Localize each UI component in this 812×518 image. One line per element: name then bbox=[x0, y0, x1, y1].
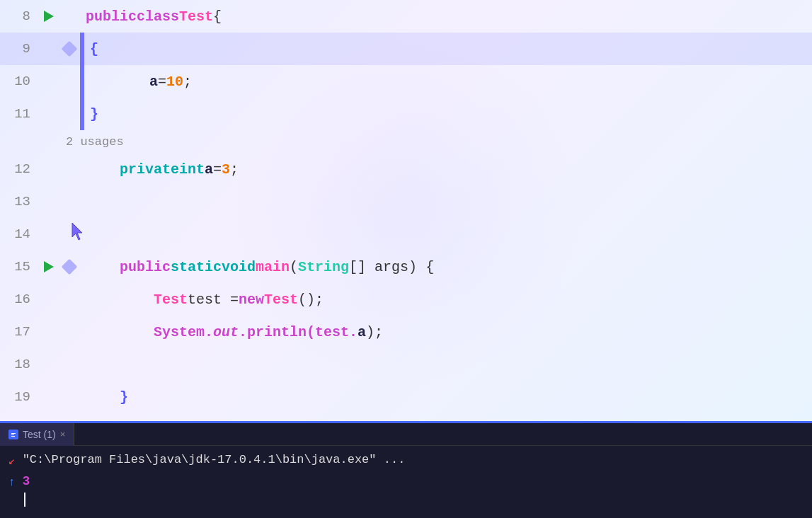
class-test-16: Test bbox=[86, 292, 188, 308]
svg-rect-2 bbox=[11, 433, 16, 434]
param-rest-15: [] args) { bbox=[349, 259, 434, 275]
line-number-12: 12 bbox=[0, 161, 39, 177]
number-10: 10 bbox=[166, 74, 183, 90]
code-line-14: 14 bbox=[0, 218, 812, 251]
tab-close-button[interactable]: × bbox=[60, 429, 66, 439]
console-blank-icon bbox=[8, 494, 16, 514]
paren-15: ( bbox=[290, 259, 298, 275]
line-number-16: 16 bbox=[0, 292, 39, 307]
console-line-2: ↑ 3 bbox=[8, 471, 804, 493]
class-name-8: Test bbox=[179, 8, 213, 25]
var-test-16: test = bbox=[188, 292, 239, 308]
indent-10 bbox=[90, 74, 149, 90]
run-button-8[interactable] bbox=[39, 11, 59, 22]
keyword-new-16: new bbox=[239, 292, 264, 308]
tab-test[interactable]: Test (1) × bbox=[0, 423, 74, 446]
code-content-17: System. out .println(test. a ); bbox=[80, 324, 812, 340]
code-content-8: public class Test { bbox=[80, 8, 812, 25]
console-line-1: ↙ "C:\Program Files\java\jdk-17.0.4.1\bi… bbox=[8, 450, 804, 471]
semi-10: ; bbox=[183, 74, 192, 90]
code-content-11: } bbox=[84, 106, 812, 122]
number-12: 3 bbox=[222, 161, 230, 178]
code-line-10: 10 a = 10 ; bbox=[0, 65, 812, 98]
keyword-class-8: class bbox=[137, 8, 179, 25]
code-content-15: public static void main ( String [] args… bbox=[80, 259, 812, 275]
line-number-17: 17 bbox=[0, 324, 39, 340]
code-line-19: 19 } bbox=[0, 381, 812, 413]
console-output-number: 3 bbox=[23, 471, 30, 491]
code-line-13: 13 bbox=[0, 185, 812, 218]
svg-marker-0 bbox=[72, 223, 82, 240]
bottom-panel: Test (1) × ↙ "C:\Program Files\java\jdk-… bbox=[0, 421, 812, 518]
breakpoint-diamond-15[interactable] bbox=[62, 259, 78, 275]
code-line-16: 16 Test test = new Test (); bbox=[0, 283, 812, 316]
console-cursor bbox=[24, 493, 25, 507]
var-a-12: a bbox=[205, 161, 213, 178]
code-container: 8 public class Test { 9 { bbox=[0, 0, 812, 413]
usages-text: 2 usages bbox=[66, 135, 124, 149]
param-string-15: String bbox=[298, 259, 349, 275]
brace-close-19: } bbox=[120, 389, 128, 405]
console-icon bbox=[10, 431, 17, 438]
usages-line: 2 usages bbox=[0, 130, 812, 153]
console-line-3 bbox=[8, 493, 804, 514]
keyword-static-15: static bbox=[171, 259, 222, 275]
keyword-int-12: int bbox=[179, 161, 205, 178]
code-line-11: 11 } bbox=[0, 98, 812, 130]
code-content-16: Test test = new Test (); bbox=[80, 292, 812, 308]
breakpoint-area-9 bbox=[59, 43, 80, 54]
console-up-icon: ↑ bbox=[8, 473, 16, 493]
code-content-19: } bbox=[80, 389, 812, 405]
brace-close-11: } bbox=[90, 106, 98, 122]
code-line-15: 15 public static void main ( String [] a… bbox=[0, 251, 812, 283]
keyword-public-15: public bbox=[120, 259, 171, 275]
code-content-9: { bbox=[84, 41, 812, 57]
keyword-private-12: private bbox=[120, 161, 179, 178]
indent-12 bbox=[86, 161, 120, 178]
console-path-text: "C:\Program Files\java\jdk-17.0.4.1\bin\… bbox=[23, 450, 406, 470]
line-number-8: 8 bbox=[0, 8, 39, 24]
semi-17: ); bbox=[366, 324, 383, 340]
class-test2-16: Test bbox=[264, 292, 298, 308]
code-line-17: 17 System. out .println(test. a ); bbox=[0, 316, 812, 348]
code-line-9: 9 { bbox=[0, 33, 812, 65]
line-number-15: 15 bbox=[0, 259, 39, 275]
console-content: ↙ "C:\Program Files\java\jdk-17.0.4.1\bi… bbox=[0, 446, 812, 518]
code-line-18: 18 bbox=[0, 348, 812, 381]
code-line-12: 12 private int a = 3 ; bbox=[0, 153, 812, 185]
code-content-10: a = 10 ; bbox=[84, 74, 812, 90]
tab-icon bbox=[8, 430, 18, 439]
line-number-19: 19 bbox=[0, 389, 39, 405]
semi-12: ; bbox=[230, 161, 239, 178]
indent-15 bbox=[86, 259, 120, 275]
indent-19 bbox=[86, 389, 120, 405]
println-17: .println(test. bbox=[239, 324, 358, 340]
line-number-14: 14 bbox=[0, 226, 39, 242]
mouse-cursor-icon bbox=[71, 221, 88, 243]
assign-12: = bbox=[213, 161, 222, 178]
var-a-17: a bbox=[358, 324, 366, 340]
method-main-15: main bbox=[256, 259, 290, 275]
line-number-18: 18 bbox=[0, 357, 39, 372]
svg-rect-4 bbox=[11, 436, 15, 437]
run-button-15[interactable] bbox=[39, 261, 59, 272]
svg-rect-3 bbox=[11, 434, 14, 435]
line-number-13: 13 bbox=[0, 194, 39, 209]
console-error-icon: ↙ bbox=[8, 451, 16, 471]
assign-10: = bbox=[158, 74, 166, 90]
breakpoint-area-15 bbox=[59, 261, 80, 272]
line-number-10: 10 bbox=[0, 74, 39, 89]
code-content-12: private int a = 3 ; bbox=[80, 161, 812, 178]
brace-open-9: { bbox=[90, 41, 98, 57]
editor-area: 8 public class Test { 9 { bbox=[0, 0, 812, 421]
tab-bar: Test (1) × bbox=[0, 423, 812, 446]
line-number-11: 11 bbox=[0, 106, 39, 122]
code-line-8: 8 public class Test { bbox=[0, 0, 812, 33]
out-17: out bbox=[213, 324, 239, 340]
breakpoint-diamond-9[interactable] bbox=[62, 41, 78, 57]
parens-16: (); bbox=[298, 292, 324, 308]
brace-8: { bbox=[213, 8, 222, 25]
tab-label: Test (1) bbox=[23, 429, 56, 440]
line-number-9: 9 bbox=[0, 41, 39, 57]
keyword-public-8: public bbox=[86, 8, 137, 25]
